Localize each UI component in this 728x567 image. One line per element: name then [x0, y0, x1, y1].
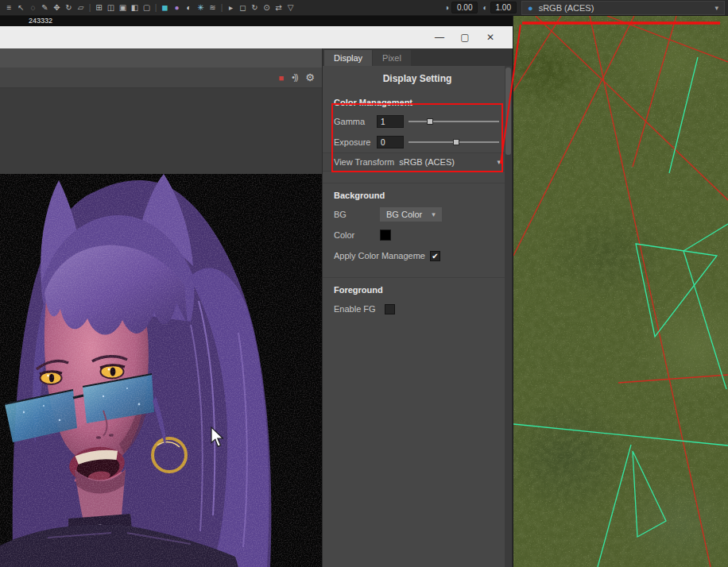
foreground-header: Foreground — [323, 280, 512, 299]
render-view-menubar — [0, 48, 322, 68]
light-sphere-icon[interactable]: ◐ — [183, 0, 195, 16]
exposure-field[interactable]: ◑ 0.00 — [444, 2, 478, 14]
save-image-icon[interactable]: ▽ — [285, 0, 296, 16]
gamma-field[interactable]: ◐ 1.00 — [482, 2, 517, 14]
color-management-section: Color Management Gamma Exposure View Tra… — [323, 92, 512, 172]
bg-label: BG — [334, 210, 375, 219]
render-cube-icon[interactable]: ◼ — [159, 0, 171, 16]
freeze-icon[interactable]: ✳ — [195, 0, 207, 16]
separator: | — [219, 0, 225, 16]
snap-point-icon[interactable]: ▣ — [117, 0, 129, 16]
gamma-label: Gamma — [334, 117, 372, 126]
enable-fg-checkbox[interactable] — [385, 304, 395, 314]
snap-grid-icon[interactable]: ⊞ — [93, 0, 105, 16]
gamma-slider[interactable] — [409, 116, 501, 127]
exposure-input[interactable] — [377, 136, 404, 148]
view-transform-row[interactable]: View Transform sRGB (ACES) ▾ — [323, 152, 512, 172]
gamma-input[interactable] — [377, 115, 404, 128]
panel-scrollbar-thumb[interactable] — [505, 68, 511, 155]
foreground-section: Foreground Enable FG — [323, 277, 512, 319]
color-swatch[interactable] — [380, 230, 391, 241]
panel-tabbar: Display Pixel — [323, 48, 512, 66]
maximize-button[interactable]: ▢ — [454, 32, 476, 43]
chevron-down-icon: ▾ — [432, 210, 436, 218]
gamma-icon: ◐ — [482, 3, 487, 12]
main-toolbar: ≡↖◌✎✥↻▱|⊞◫▣◧▢|◼●◐✳≋|▸◻↻⊙⇄▽ ◑ 0.00 ◐ 1.00… — [0, 0, 728, 16]
background-section: Background BG BG Color ▾ Color Apply Col… — [323, 183, 512, 266]
gamma-row: Gamma — [323, 111, 512, 132]
region-render-icon[interactable]: ◻ — [237, 0, 249, 16]
speaker-icon[interactable]: •)) — [292, 73, 297, 82]
panel-title: Display Setting — [323, 66, 512, 87]
display-settings-panel: Display Pixel Display Setting Color Mana… — [322, 48, 513, 567]
snap-view-icon[interactable]: ◧ — [129, 0, 141, 16]
colorspace-icon: ● — [528, 3, 533, 13]
lasso-tool-icon[interactable]: ◌ — [27, 0, 39, 16]
view-transform-value: sRGB (ACES) — [399, 157, 455, 167]
exposure-slider-handle[interactable] — [453, 139, 459, 145]
separator: | — [153, 0, 159, 16]
exposure-label: Exposure — [334, 137, 372, 147]
bg-color-dropdown[interactable]: BG Color ▾ — [380, 207, 442, 222]
color-row: Color — [323, 225, 512, 245]
graph-icon[interactable]: ≋ — [207, 0, 219, 16]
color-label: Color — [334, 230, 375, 240]
exposure-icon: ◑ — [444, 3, 449, 12]
viewport-wireframes — [513, 16, 728, 567]
gamma-value[interactable]: 1.00 — [490, 2, 517, 14]
select-tool-icon[interactable]: ↖ — [15, 0, 27, 16]
chevron-down-icon: ▾ — [497, 158, 501, 166]
colorspace-label: sRGB (ACES) — [539, 3, 710, 13]
exposure-slider[interactable] — [409, 137, 501, 148]
move-tool-icon[interactable]: ✥ — [51, 0, 63, 16]
scale-tool-icon[interactable]: ▱ — [75, 0, 87, 16]
chevron-down-icon: ▾ — [714, 4, 718, 12]
bg-color-value: BG Color — [386, 210, 422, 219]
bg-row: BG BG Color ▾ — [323, 204, 512, 225]
make-live-icon[interactable]: ▢ — [141, 0, 153, 16]
separator: | — [87, 0, 93, 16]
render-view-gutter — [0, 88, 322, 174]
colorspace-dropdown[interactable]: ● sRGB (ACES) ▾ — [521, 1, 725, 15]
status-substrip: 243332 — [0, 16, 513, 26]
view-transform-label: View Transform — [334, 157, 394, 167]
background-header: Background — [323, 185, 512, 204]
apply-color-management-row: Apply Color Manageme ✔ — [323, 245, 512, 266]
material-sphere-icon[interactable]: ● — [171, 0, 183, 16]
toolbar-icon-strip: ≡↖◌✎✥↻▱|⊞◫▣◧▢|◼●◐✳≋|▸◻↻⊙⇄▽ — [3, 0, 296, 16]
snapshot-icon[interactable]: ⊙ — [261, 0, 273, 16]
color-management-header: Color Management — [323, 92, 512, 111]
enable-fg-row: Enable FG — [323, 299, 512, 319]
menu-icon[interactable]: ≡ — [3, 0, 15, 16]
panel-scrollbar[interactable] — [505, 66, 512, 567]
minimize-button[interactable]: — — [428, 32, 451, 43]
ab-compare-icon[interactable]: ⇄ — [273, 0, 285, 16]
tab-display[interactable]: Display — [324, 50, 372, 66]
character-render — [0, 174, 322, 567]
scene-viewport[interactable] — [513, 16, 728, 567]
render-view-toolbar: ■ •)) ⚙ — [0, 68, 322, 88]
gamma-slider-handle[interactable] — [427, 118, 433, 125]
exposure-value[interactable]: 0.00 — [451, 2, 478, 14]
gear-icon[interactable]: ⚙ — [305, 71, 315, 83]
check-icon: ✔ — [432, 251, 438, 261]
exposure-row: Exposure — [323, 132, 512, 152]
tab-pixel[interactable]: Pixel — [373, 50, 411, 66]
sample-counter: 243332 — [29, 17, 52, 25]
apply-color-management-label: Apply Color Manageme — [334, 251, 425, 260]
gamma-slider-track — [409, 121, 499, 122]
rotate-tool-icon[interactable]: ↻ — [63, 0, 75, 16]
render-image-viewport[interactable] — [0, 174, 322, 567]
app-window: { "toolbar": { "icons": [ {"name":"menu-… — [0, 0, 728, 567]
window-titlebar: — ▢ ✕ — [0, 26, 513, 48]
stop-render-icon[interactable]: ■ — [279, 73, 285, 83]
close-button[interactable]: ✕ — [479, 32, 501, 43]
refresh-render-icon[interactable]: ↻ — [249, 0, 261, 16]
play-render-icon[interactable]: ▸ — [225, 0, 237, 16]
paint-select-icon[interactable]: ✎ — [39, 0, 51, 16]
toolbar-right-group: ◑ 0.00 ◐ 1.00 ● sRGB (ACES) ▾ — [444, 1, 725, 15]
apply-color-management-checkbox[interactable]: ✔ — [430, 251, 440, 261]
snap-curve-icon[interactable]: ◫ — [105, 0, 117, 16]
enable-fg-label: Enable FG — [334, 304, 380, 314]
